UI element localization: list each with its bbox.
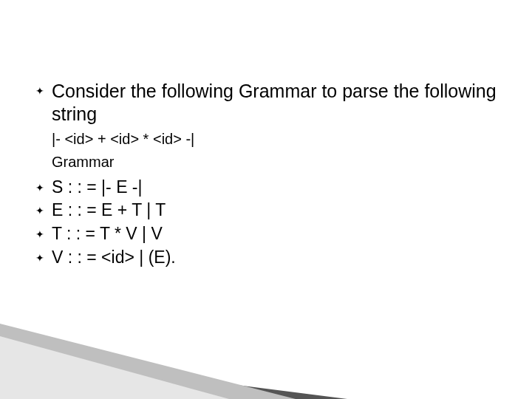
- lead-text: Consider the following Grammar to parse …: [52, 80, 497, 126]
- decorative-wedge-icon: [0, 310, 532, 399]
- bullet-icon: ✦: [35, 177, 52, 194]
- lead-row: ✦ Consider the following Grammar to pars…: [35, 80, 497, 126]
- rule-text: T : : = T * V | V: [52, 223, 163, 245]
- grammar-rules: ✦ S : : = |- E -| ✦ E : : = E + T | T ✦ …: [35, 177, 497, 270]
- content-area: ✦ Consider the following Grammar to pars…: [35, 80, 497, 269]
- grammar-label: Grammar: [52, 152, 497, 172]
- slide: ✦ Consider the following Grammar to pars…: [0, 0, 532, 399]
- rule-text: S : : = |- E -|: [52, 177, 143, 199]
- example-string: |- <id> + <id> * <id> -|: [52, 129, 497, 149]
- list-item: ✦ S : : = |- E -|: [35, 177, 497, 199]
- bullet-icon: ✦: [35, 200, 52, 216]
- bullet-icon: ✦: [35, 223, 52, 240]
- rule-text: V : : = <id> | (E).: [52, 247, 176, 269]
- svg-marker-2: [0, 336, 229, 399]
- list-item: ✦ V : : = <id> | (E).: [35, 247, 497, 269]
- bullet-icon: ✦: [35, 80, 52, 96]
- list-item: ✦ E : : = E + T | T: [35, 200, 497, 222]
- list-item: ✦ T : : = T * V | V: [35, 223, 497, 245]
- bullet-icon: ✦: [35, 247, 52, 264]
- rule-text: E : : = E + T | T: [52, 200, 166, 222]
